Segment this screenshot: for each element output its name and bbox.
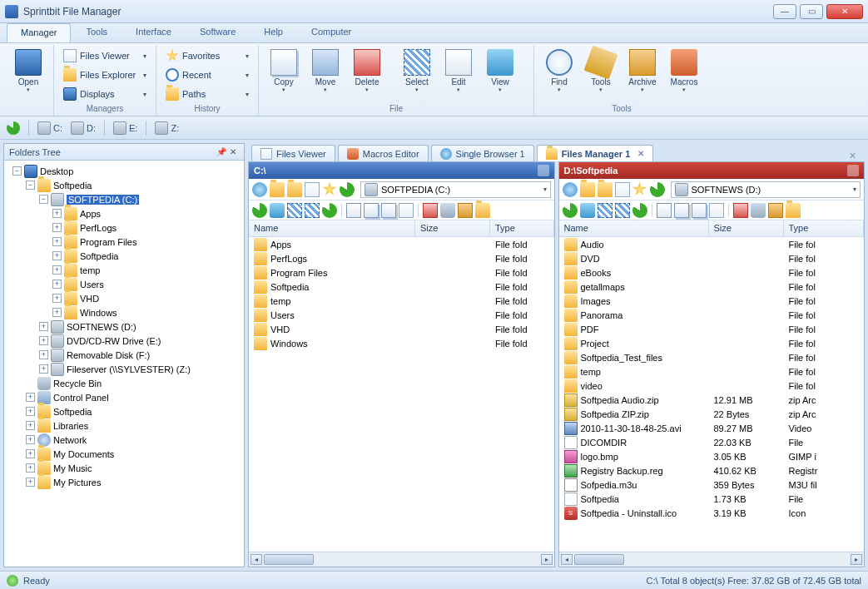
ribbon-tab-computer[interactable]: Computer [298, 23, 365, 42]
toolbar-icon[interactable] [657, 203, 672, 218]
ribbon-tab-software[interactable]: Software [186, 23, 249, 42]
tree-toggle-icon[interactable]: − [26, 181, 35, 190]
col-name[interactable]: Name [249, 220, 415, 236]
tree-toggle-icon[interactable]: + [52, 237, 62, 246]
file-row[interactable]: tempFile fold [249, 294, 554, 308]
globe-icon[interactable] [252, 182, 267, 197]
tree-item[interactable]: Recycle Bin [6, 376, 242, 390]
file-row[interactable]: Registry Backup.reg410.62 KBRegistr [559, 463, 865, 478]
move-button[interactable]: Move▾ [305, 47, 345, 96]
drive-z[interactable]: Z: [155, 121, 179, 135]
tree-item[interactable]: +My Pictures [6, 475, 242, 489]
select-button[interactable]: Select▾ [397, 47, 437, 96]
find-button[interactable]: Find▾ [539, 47, 579, 96]
doc-tab-files-manager-1[interactable]: Files Manager 1✕ [537, 145, 654, 161]
toolbar-icon[interactable] [346, 203, 361, 218]
open-button[interactable]: Open ▾ [8, 47, 48, 96]
tree-toggle-icon[interactable]: + [52, 265, 62, 275]
toolbar-icon[interactable] [322, 203, 337, 218]
close-panel-icon[interactable]: ✕ [227, 146, 239, 158]
file-row[interactable]: AudioFile fol [559, 237, 865, 251]
file-row[interactable]: 2010-11-30-18-48-25.avi89.27 MBVideo [559, 421, 865, 435]
file-row[interactable]: logo.bmp3.05 KBGIMP i [559, 449, 865, 463]
col-size[interactable]: Size [709, 220, 784, 236]
file-row[interactable]: SoftpediaFile fold [249, 280, 554, 294]
file-list-right[interactable]: AudioFile folDVDFile foleBooksFile folge… [559, 237, 865, 552]
tree-toggle-icon[interactable]: + [52, 280, 62, 289]
drive-c[interactable]: C: [37, 121, 62, 135]
toolbar-icon[interactable] [768, 203, 783, 218]
archive-button[interactable]: Archive▾ [622, 47, 662, 96]
tree-item[interactable]: +Windows [6, 305, 242, 319]
file-row[interactable]: Softpedia ZIP.zip22 Byteszip Arc [559, 407, 865, 421]
tree-toggle-icon[interactable]: + [26, 449, 35, 458]
delete-button[interactable]: Delete▾ [347, 47, 387, 96]
ribbon-tab-tools[interactable]: Tools [72, 23, 121, 42]
tree-item[interactable]: +Apps [6, 206, 242, 220]
edit-button[interactable]: Edit▾ [439, 47, 479, 96]
btn-files-explorer[interactable]: Files Explorer▾ [59, 66, 151, 84]
tree-item[interactable]: +DVD/CD-RW Drive (E:) [6, 334, 242, 348]
file-list-left[interactable]: AppsFile foldPerfLogsFile foldProgram Fi… [249, 237, 554, 552]
refresh-icon[interactable] [340, 182, 355, 197]
toolbar-icon[interactable] [287, 203, 302, 218]
toolbar-icon[interactable] [381, 203, 396, 218]
up-folder-icon[interactable] [270, 182, 285, 197]
file-row[interactable]: PanoramaFile fol [559, 308, 865, 322]
tree-toggle-icon[interactable]: + [26, 393, 35, 402]
tree-toggle-icon[interactable]: + [52, 308, 62, 317]
tree-item[interactable]: +Removable Disk (F:) [6, 348, 242, 362]
doc-tab-macros-editor[interactable]: Macros Editor [338, 145, 429, 161]
up-folder-icon[interactable] [580, 182, 595, 197]
history-icon[interactable] [615, 182, 630, 197]
tree-toggle-icon[interactable]: + [52, 251, 62, 260]
pane-menu-icon[interactable] [538, 165, 549, 176]
btn-files-viewer[interactable]: Files Viewer▾ [59, 47, 151, 65]
minimize-button[interactable]: — [773, 4, 796, 19]
pane-menu-icon[interactable] [847, 165, 859, 176]
tree-item[interactable]: −Softpedia [6, 178, 242, 192]
toolbar-icon[interactable] [364, 203, 379, 218]
toolbar-icon[interactable] [563, 203, 578, 218]
doc-tab-files-viewer[interactable]: Files Viewer [251, 145, 335, 161]
tree-toggle-icon[interactable]: + [26, 421, 35, 430]
file-row[interactable]: getallmapsFile fol [559, 280, 865, 294]
folder-icon[interactable] [598, 182, 613, 197]
toolbar-icon[interactable] [399, 203, 414, 218]
toolbar-icon[interactable] [674, 203, 689, 218]
tree-item[interactable]: +Users [6, 277, 242, 291]
col-type[interactable]: Type [784, 220, 865, 236]
toolbar-icon[interactable] [632, 203, 647, 218]
pin-icon[interactable]: 📌 [216, 146, 227, 158]
ribbon-tab-manager[interactable]: Manager [7, 23, 71, 42]
close-button[interactable]: ✕ [826, 4, 863, 19]
tree-item[interactable]: +Fileserver (\\SYLVESTER) (Z:) [6, 362, 242, 376]
tree-toggle-icon[interactable]: + [26, 435, 35, 444]
col-size[interactable]: Size [415, 220, 490, 236]
maximize-button[interactable]: ▭ [800, 4, 823, 19]
file-row[interactable]: ProjectFile fol [559, 336, 865, 350]
file-row[interactable]: Program FilesFile fold [249, 265, 554, 280]
tree-toggle-icon[interactable]: − [39, 195, 48, 204]
btn-recent[interactable]: Recent▾ [161, 66, 253, 84]
btn-paths[interactable]: Paths▾ [161, 85, 253, 103]
file-row[interactable]: ImagesFile fol [559, 294, 865, 308]
toolbar-icon[interactable] [270, 203, 285, 218]
globe-icon[interactable] [563, 182, 578, 197]
file-row[interactable]: UsersFile fold [249, 308, 554, 322]
ribbon-tab-help[interactable]: Help [250, 23, 296, 42]
toolbar-icon[interactable] [580, 203, 595, 218]
file-row[interactable]: eBooksFile fol [559, 265, 865, 280]
close-tab-icon[interactable]: ✕ [637, 149, 644, 158]
file-row[interactable]: PDFFile fol [559, 322, 865, 336]
toolbar-icon[interactable] [709, 203, 724, 218]
col-type[interactable]: Type [490, 220, 554, 236]
tree-item[interactable]: +SOFTNEWS (D:) [6, 319, 242, 334]
file-row[interactable]: Softpedia1.73 KBFile [559, 492, 865, 506]
close-all-tabs-icon[interactable]: ✕ [844, 151, 861, 161]
tree-toggle-icon[interactable]: + [39, 364, 48, 374]
tree-toggle-icon[interactable]: − [12, 166, 22, 176]
drive-d[interactable]: D: [71, 121, 96, 135]
refresh-icon[interactable] [7, 121, 20, 135]
tree-item[interactable]: +VHD [6, 291, 242, 305]
